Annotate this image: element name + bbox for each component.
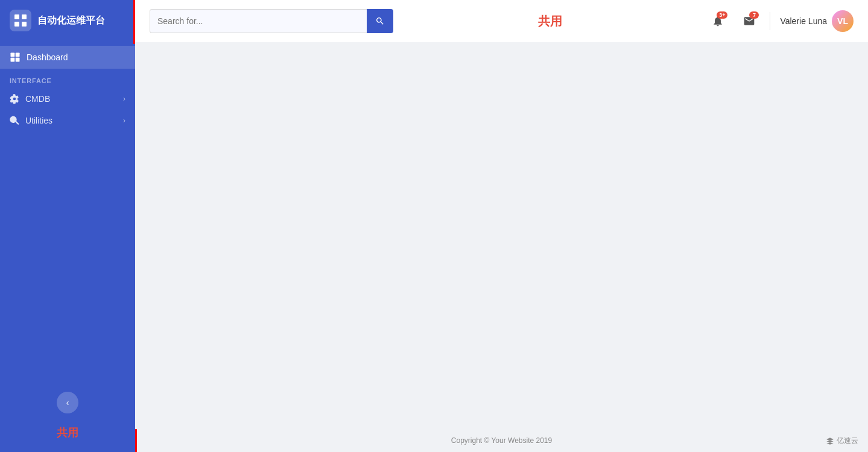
- user-profile[interactable]: Valerie Luna VL: [780, 10, 854, 32]
- notifications-button[interactable]: 3+: [707, 10, 729, 32]
- sidebar: 自动化运维平台 Dashboard INTERFACE CMDB: [0, 0, 135, 452]
- watermark-icon: [826, 437, 834, 445]
- utilities-chevron-icon: ›: [123, 116, 125, 125]
- sidebar-logo: 自动化运维平台: [0, 0, 135, 41]
- svg-rect-1: [22, 14, 27, 19]
- notifications-badge: 3+: [717, 11, 727, 19]
- svg-rect-3: [22, 22, 27, 27]
- sidebar-item-utilities[interactable]: Utilities ›: [0, 110, 135, 131]
- svg-rect-5: [16, 53, 20, 57]
- sidebar-shared-label: 共用: [0, 418, 135, 452]
- gear-icon: [10, 94, 19, 104]
- messages-button[interactable]: 7: [738, 10, 760, 32]
- main-content: 共用 3+ 7 Valerie Luna: [135, 0, 868, 452]
- page-body: [135, 42, 868, 429]
- sidebar-navigation: Dashboard INTERFACE CMDB › Utilities: [0, 41, 135, 382]
- interface-section-label: INTERFACE: [0, 69, 135, 88]
- cmdb-label: CMDB: [25, 94, 50, 104]
- svg-rect-2: [14, 22, 19, 27]
- sidebar-item-cmdb[interactable]: CMDB ›: [0, 88, 135, 110]
- sidebar-collapse-button[interactable]: ‹: [57, 392, 78, 413]
- watermark-text: 亿速云: [837, 436, 858, 446]
- search-bar: [150, 9, 393, 33]
- svg-rect-4: [11, 53, 15, 57]
- copyright-text: Copyright © Your Website 2019: [451, 436, 552, 445]
- utilities-label: Utilities: [25, 116, 52, 125]
- messages-badge: 7: [749, 11, 759, 19]
- sidebar-item-dashboard[interactable]: Dashboard: [0, 46, 135, 69]
- dashboard-icon: [10, 52, 21, 63]
- header-title: 共用: [393, 13, 707, 30]
- cmdb-item-left: CMDB: [10, 94, 50, 104]
- search-input[interactable]: [150, 9, 367, 33]
- watermark: 亿速云: [826, 436, 858, 446]
- search-icon: [375, 16, 385, 26]
- header-actions: 3+ 7 Valerie Luna VL: [707, 10, 854, 32]
- avatar-initials: VL: [837, 16, 848, 26]
- avatar: VL: [832, 10, 854, 32]
- app-title: 自动化运维平台: [37, 14, 105, 27]
- search-button[interactable]: [367, 9, 393, 33]
- wrench-icon: [10, 116, 19, 125]
- header: 共用 3+ 7 Valerie Luna: [135, 0, 868, 42]
- svg-rect-6: [11, 58, 15, 62]
- logo-icon: [10, 10, 31, 31]
- cmdb-chevron-icon: ›: [123, 95, 125, 103]
- svg-rect-7: [16, 58, 20, 62]
- user-name: Valerie Luna: [780, 16, 827, 26]
- footer: Copyright © Your Website 2019: [135, 429, 868, 452]
- svg-rect-0: [14, 14, 19, 19]
- brand-icon: [13, 13, 28, 28]
- utilities-item-left: Utilities: [10, 116, 52, 125]
- collapse-icon: ‹: [66, 398, 69, 407]
- dashboard-label: Dashboard: [27, 52, 68, 62]
- header-divider: [770, 12, 770, 30]
